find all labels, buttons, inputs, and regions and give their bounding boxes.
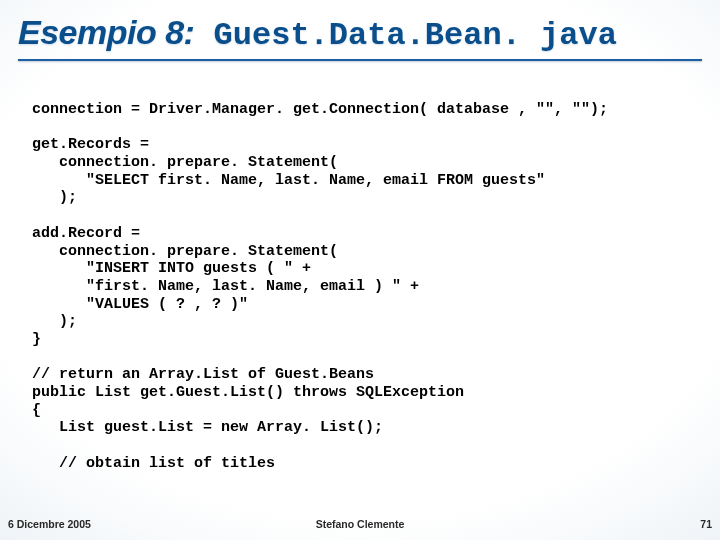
title-area: Esempio 8: Guest.Data.Bean. java	[18, 14, 702, 61]
title-rule	[18, 59, 702, 61]
footer-page: 71	[700, 518, 712, 530]
title-tail: Guest.Data.Bean. java	[194, 17, 616, 54]
footer: 6 Dicembre 2005 Stefano Clemente 71	[0, 512, 720, 530]
slide: Esempio 8: Guest.Data.Bean. java connect…	[0, 0, 720, 540]
footer-author: Stefano Clemente	[0, 518, 720, 530]
slide-title: Esempio 8: Guest.Data.Bean. java	[18, 14, 702, 53]
code-block: connection = Driver.Manager. get.Connect…	[32, 101, 696, 472]
title-lead: Esempio 8:	[18, 13, 194, 51]
